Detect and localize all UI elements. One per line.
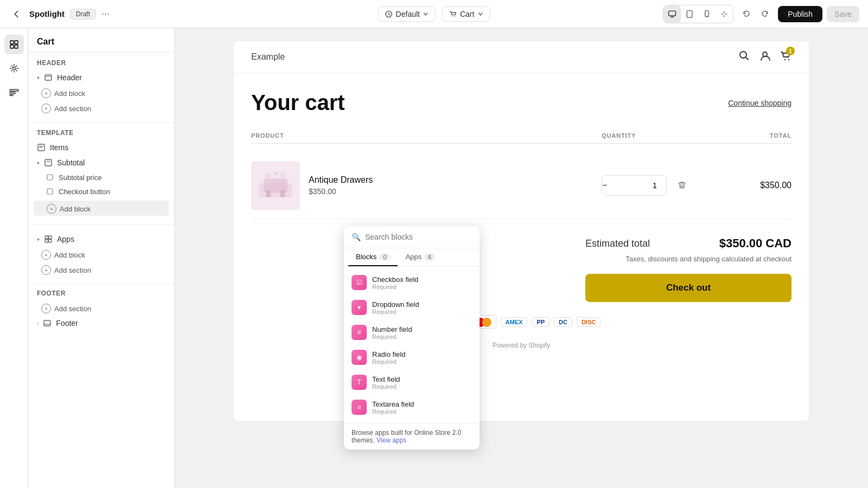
add-section-footer[interactable]: + Add section [28,300,174,316]
items-item[interactable]: Items [28,140,174,155]
topbar: Spotlight Draft ··· Default Cart [0,0,868,28]
cart-badge: 1 [786,47,795,55]
mobile-view-button[interactable] [698,5,716,23]
checkout-button-icon [46,187,54,196]
item-total: $350.00 [710,181,792,190]
apps-section-item[interactable]: ▾ Apps [28,232,174,247]
subtotal-item[interactable]: ▾ Subtotal [28,155,174,170]
extra-view-button[interactable] [716,5,733,23]
apps-section-icon [44,235,53,243]
continue-shopping-link[interactable]: Continue shopping [728,99,792,107]
publish-button[interactable]: Publish [778,6,822,22]
text-field-name: Text field [372,375,400,383]
default-dropdown[interactable]: Default [378,7,436,22]
list-item[interactable]: T Text field Required [344,370,480,395]
tablet-view-button[interactable] [681,5,698,23]
account-icon[interactable] [759,50,771,64]
block-search-input[interactable] [365,233,472,241]
svg-rect-41 [280,190,285,197]
footer-section-label: Footer [28,290,174,300]
redo-button[interactable] [756,5,774,23]
footer-item[interactable]: › Footer [28,316,174,331]
subtotal-label: Subtotal [57,158,85,167]
estimated-row: Estimated total $350.00 CAD [585,236,792,251]
footer-caret-icon: › [37,320,39,326]
checkout-button[interactable]: Check out [585,274,792,302]
delete-item-button[interactable] [673,177,691,194]
paypal-icon: PP [532,317,550,327]
more-menu-button[interactable]: ··· [101,8,110,20]
desktop-view-button[interactable] [663,5,681,23]
header-caret-icon: ▾ [37,75,40,81]
checkbox-field-sub: Required [372,284,418,290]
add-section-header[interactable]: + Add section [28,100,174,115]
blocks-icon[interactable] [4,82,24,102]
save-button[interactable]: Save [827,6,859,22]
settings-icon[interactable] [4,59,24,78]
number-field-info: Number field Required [372,325,412,340]
list-item[interactable]: ≡ Textarea field Required [344,395,480,420]
apps-label: Apps [57,235,74,243]
sections-icon[interactable] [4,35,24,54]
estimated-value: $350.00 CAD [719,236,792,251]
number-field-sub: Required [372,333,412,340]
radio-field-icon: ◉ [352,350,367,365]
svg-rect-25 [45,236,48,239]
number-field-icon: # [352,325,367,340]
search-icon[interactable] [738,50,750,64]
text-field-icon: T [352,375,367,390]
apps-group: ▾ Apps + Add block + Add section [28,225,174,284]
add-section-apps[interactable]: + Add section [28,262,174,277]
add-block-apps[interactable]: + Add block [28,247,174,262]
radio-field-info: Radio field Required [372,350,405,365]
order-summary: Estimated total $350.00 CAD Taxes, disco… [585,236,792,302]
add-block-template[interactable]: + Add block [34,201,169,216]
quantity-input[interactable] [607,181,667,190]
apps-tab[interactable]: Apps 6 [398,248,443,266]
draft-badge[interactable]: Draft [70,9,96,20]
add-block-plus-icon: + [41,88,51,98]
taxes-note: Taxes, discounts and shipping calculated… [585,255,792,263]
cart-icon[interactable] [780,54,792,63]
add-section-plus-icon: + [41,104,51,113]
back-button[interactable] [9,7,24,22]
textarea-field-icon: ≡ [352,400,367,415]
subtotal-icon [44,158,53,167]
list-item[interactable]: # Number field Required [344,320,480,345]
svg-rect-26 [49,236,52,239]
svg-point-1 [452,16,453,16]
sidebar-title: Cart [37,37,54,46]
header-group: Header ▾ Header + Add block + Add sectio… [28,53,174,123]
item-price: $350.00 [309,187,373,196]
checkbox-field-info: Checkbox field Required [372,275,418,290]
popup-footer: Browse apps built for Online Store 2.0 t… [344,423,480,450]
undo-button[interactable] [738,5,755,23]
header-item[interactable]: ▾ Header [28,70,174,85]
header-section-icon [44,73,53,82]
svg-point-32 [763,52,767,56]
header-section-name: Header [57,73,82,82]
svg-rect-15 [10,95,13,96]
add-block-header[interactable]: + Add block [28,85,174,100]
view-apps-link[interactable]: View apps [376,436,406,444]
checkbox-field-name: Checkbox field [372,275,418,284]
list-item[interactable]: ◉ Radio field Required [344,345,480,370]
svg-rect-13 [10,89,18,91]
number-field-name: Number field [372,325,412,333]
list-item[interactable]: ☑ Checkbox field Required [344,270,480,295]
blocks-tab[interactable]: Blocks 0 [348,248,398,266]
checkbox-field-icon: ☑ [352,275,367,290]
textarea-field-info: Textarea field Required [372,400,414,415]
items-label: Items [50,143,68,152]
list-item[interactable]: ▾ Dropdown field Required [344,295,480,320]
svg-rect-16 [45,75,52,80]
subtotal-price-item[interactable]: Subtotal price [28,170,174,184]
decrease-qty-button[interactable]: − [602,176,607,195]
text-field-info: Text field Required [372,375,400,390]
cart-label: Cart [460,10,474,18]
checkout-button-item[interactable]: Checkout button [28,184,174,198]
svg-rect-23 [47,175,53,180]
svg-rect-9 [15,41,18,44]
amex-icon: AMEX [501,317,528,327]
cart-dropdown[interactable]: Cart [442,7,490,22]
